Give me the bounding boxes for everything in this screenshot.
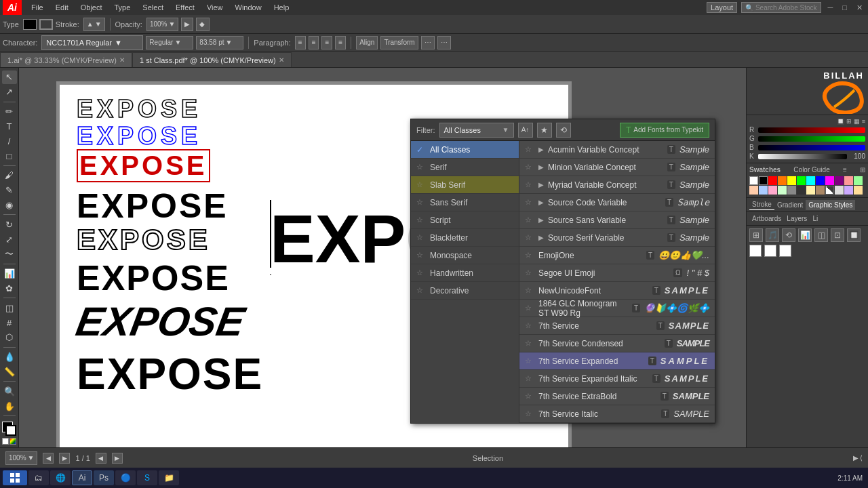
font-name-dropdown[interactable]: NCC1701A Regular ▼ (41, 35, 143, 50)
star-myriad[interactable]: ☆ (525, 180, 534, 189)
taskbar-chrome[interactable]: 🔵 (115, 470, 136, 485)
font-row-emoji[interactable]: ☆ EmojiOne T 😀🙂👍💚... (519, 247, 715, 264)
star-source-code[interactable]: ☆ (525, 198, 534, 207)
star-source-serif[interactable]: ☆ (525, 233, 534, 242)
maximize-btn[interactable]: □ (840, 3, 850, 12)
color-guide-label[interactable]: Color Guide (793, 166, 829, 174)
category-blackletter[interactable]: ☆ Blackletter (411, 229, 519, 247)
rotate-tool[interactable]: ↻ (2, 218, 17, 231)
font-row-source-sans[interactable]: ☆ ▶ Source Sans Variable T Sample (519, 211, 715, 229)
font-size-dropdown[interactable]: 83.58 pt ▼ (196, 36, 243, 49)
g-slider-track[interactable] (758, 136, 865, 142)
li-tab[interactable]: Li (810, 214, 821, 224)
swatch-darkgray[interactable] (797, 186, 806, 195)
swatches-options[interactable]: ≡ (843, 166, 847, 174)
font-row-myriad[interactable]: ☆ ▶ Myriad Variable Concept T Sample (519, 176, 715, 194)
swatch-gold[interactable] (854, 186, 863, 195)
expand-acumin[interactable]: ▶ (538, 146, 544, 153)
menu-view[interactable]: View (201, 2, 229, 13)
paintbrush-tool[interactable]: 🖌 (2, 169, 17, 182)
artboards-tab[interactable]: Artboards (749, 214, 784, 224)
category-script[interactable]: ☆ Script (411, 211, 519, 229)
fill-stroke-control[interactable] (2, 422, 17, 436)
menu-edit[interactable]: Edit (50, 2, 74, 13)
pen-tool[interactable]: ✏ (2, 105, 17, 119)
color-icon1[interactable]: 🔲 (837, 118, 844, 125)
add-fonts-button[interactable]: T Add Fonts from Typekit (620, 123, 709, 138)
mesh-tool[interactable]: # (2, 316, 17, 329)
star-7th-italic[interactable]: ☆ (525, 409, 534, 418)
transform-btn[interactable]: Transform (380, 36, 418, 49)
category-serif[interactable]: ☆ Serif (411, 159, 519, 176)
swatch-cyan[interactable] (806, 176, 815, 185)
font-row-minion[interactable]: ☆ ▶ Minion Variable Concept T Sample (519, 159, 715, 176)
scale-tool[interactable]: ⤢ (2, 232, 17, 246)
stroke-weight-dropdown[interactable]: ▲▼ (83, 18, 105, 31)
swatch-cream[interactable] (806, 186, 815, 195)
align-left-btn[interactable]: ≡ (295, 36, 306, 49)
swatch-mint[interactable] (778, 186, 787, 195)
font-row-segoe-emoji[interactable]: ☆ Segoe UI Emoji Ω ! " # $ (519, 264, 715, 282)
swatch-red[interactable] (768, 176, 777, 185)
swatch-peach[interactable] (749, 186, 758, 195)
gradient-tab[interactable]: Gradient (774, 200, 806, 210)
hand-tool[interactable]: ✋ (2, 399, 17, 413)
prev-btn2[interactable]: ◀ (96, 453, 106, 464)
star-1864[interactable]: ☆ (525, 304, 534, 312)
graphic-style-2[interactable] (764, 245, 776, 257)
taskbar-skype[interactable]: S (137, 470, 157, 485)
swatch-lime[interactable] (854, 176, 863, 185)
taskbar-photoshop[interactable]: Ps (94, 470, 114, 485)
color-icon4[interactable]: ≡ (862, 118, 865, 125)
panel-icon5[interactable]: ◫ (814, 228, 828, 242)
swatch-brown[interactable] (816, 186, 825, 195)
panel-icon1[interactable]: ⊞ (749, 228, 763, 242)
recent-icon[interactable]: ⟲ (556, 123, 571, 138)
blob-tool[interactable]: ◉ (2, 199, 17, 212)
icon-btn1[interactable]: ◆ (196, 18, 210, 31)
gradient-tool[interactable]: ◫ (2, 301, 17, 314)
panel-icon6[interactable]: ⊡ (831, 228, 844, 242)
extra-btn2[interactable]: ⋯ (437, 36, 451, 49)
font-row-source-code[interactable]: ☆ ▶ Source Code Variable T Sample (519, 194, 715, 211)
font-row-acumin[interactable]: ☆ ▶ Acumin Variable Concept T Sample (519, 141, 715, 159)
select-tool[interactable]: ↖ (2, 70, 17, 84)
swatch-pink[interactable] (844, 176, 853, 185)
search-box[interactable]: 🔍 Search Adobe Stock (741, 2, 821, 13)
swatch-green[interactable] (797, 176, 806, 185)
b-slider-track[interactable] (758, 145, 865, 150)
expand-minion[interactable]: ▶ (538, 163, 544, 171)
font-row-7th-service[interactable]: ☆ 7th Service T SAMPLE (519, 317, 715, 335)
align-center-btn[interactable]: ≡ (309, 36, 319, 49)
expand-source-serif[interactable]: ▶ (538, 234, 544, 241)
opacity-dropdown[interactable]: 100% ▼ (146, 18, 178, 31)
k-slider-track[interactable] (758, 154, 847, 159)
measure-tool[interactable]: 📏 (2, 365, 17, 379)
taskbar-ie[interactable]: 🌐 (50, 470, 71, 485)
favorites-icon[interactable]: ★ (537, 123, 552, 138)
swatch-yellow[interactable] (787, 176, 796, 185)
menu-type[interactable]: Type (109, 2, 136, 13)
zoom-dropdown[interactable]: 100% ▼ (5, 451, 37, 465)
swatch-lavender[interactable] (844, 186, 853, 195)
align-justify-btn[interactable]: ≡ (335, 36, 346, 49)
swatch-magenta[interactable] (825, 176, 834, 185)
next-btn2[interactable]: ▶ (112, 453, 123, 464)
font-row-1864[interactable]: ☆ 1864 GLC Monogram ST W90 Rg T 🔮🔰💠🌀🌿💠 (519, 300, 715, 317)
swatch-gray[interactable] (787, 186, 796, 195)
color-icon2[interactable]: ⊞ (846, 118, 852, 125)
graphic-styles-tab[interactable]: Graphic Styles (806, 200, 855, 210)
panel-icon7[interactable]: 🔲 (847, 228, 861, 242)
star-7th-condensed[interactable]: ☆ (525, 339, 534, 348)
symbol-tool[interactable]: ✿ (2, 282, 17, 296)
menu-window[interactable]: Window (230, 2, 267, 13)
star-7th-extrabold[interactable]: ☆ (525, 392, 534, 401)
category-slab[interactable]: ☆ Slab Serif (411, 176, 519, 194)
font-row-7th-condensed[interactable]: ☆ 7th Service Condensed T SAMPLE (519, 335, 715, 352)
line-tool[interactable]: / (2, 134, 17, 148)
warp-tool[interactable]: 〜 (2, 247, 17, 261)
layout-dropdown[interactable]: Layout (707, 2, 737, 13)
align-right-btn[interactable]: ≡ (321, 36, 332, 49)
tab-2[interactable]: 1 st Class.pdf* @ 100% (CMYK/Preview) ✕ (132, 52, 292, 67)
taskbar-explorer[interactable]: 🗂 (28, 470, 49, 485)
